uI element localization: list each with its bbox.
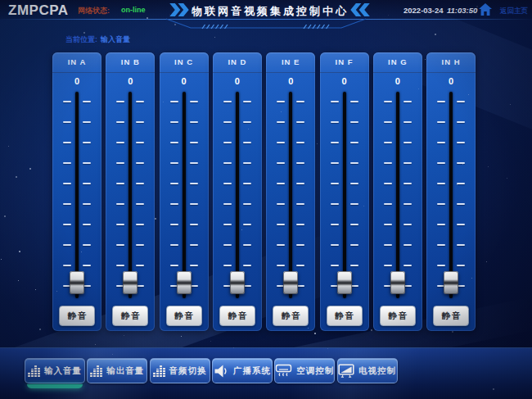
tick-mark [350, 162, 358, 164]
tab-tv-control[interactable]: 电视控制 [337, 358, 398, 383]
network-status-value: on-line [121, 6, 146, 14]
tick-mark [437, 142, 445, 143]
tick-mark [437, 121, 445, 123]
tick-mark [63, 265, 71, 266]
volume-slider-thumb[interactable] [390, 271, 405, 294]
channel-label: IN H [426, 52, 476, 73]
tick-mark [437, 265, 445, 266]
tick-mark [136, 203, 144, 205]
tick-mark [243, 244, 251, 246]
tick-mark [277, 203, 285, 205]
tick-mark [243, 183, 251, 184]
tab-ac-control[interactable]: 空调控制 [274, 358, 335, 383]
volume-slider-track[interactable] [183, 92, 186, 298]
volume-slider-thumb[interactable] [337, 271, 352, 294]
mute-button[interactable]: 静音 [166, 306, 202, 326]
volume-slider[interactable] [160, 88, 209, 303]
breadcrumb-value: 输入音量 [101, 35, 130, 43]
volume-slider-track[interactable] [128, 92, 132, 298]
channel-label: IN A [52, 52, 101, 73]
tick-mark [437, 224, 445, 225]
tab-label: 输出音量 [106, 365, 144, 377]
volume-slider-track[interactable] [343, 92, 346, 298]
bottom-nav-bar: 输入音量输出音量音频切换广播系统空调控制电视控制 [0, 347, 532, 399]
tick-mark [243, 101, 251, 102]
channel-strip-area: IN A 0 静音 IN B 0 静音 IN C 0 静音 IN D 0 静音 … [0, 0, 532, 399]
volume-slider-thumb[interactable] [444, 271, 458, 294]
mute-button[interactable]: 静音 [219, 306, 255, 326]
tick-mark [437, 162, 445, 164]
tick-mark [223, 142, 232, 143]
tick-mark [170, 203, 178, 205]
ac-icon [275, 363, 292, 379]
title-decoration [160, 18, 372, 32]
tick-mark [404, 183, 412, 184]
tick-mark [350, 265, 358, 266]
tick-mark [457, 183, 465, 184]
volume-slider-thumb[interactable] [283, 271, 298, 294]
tick-mark [331, 162, 339, 164]
tick-mark [190, 203, 198, 205]
volume-slider-track[interactable] [396, 92, 399, 298]
chevron-left-icon [350, 3, 371, 20]
tab-audio-switch[interactable]: 音频切换 [150, 358, 210, 383]
channel-label: IN F [320, 52, 369, 73]
tick-mark [136, 183, 144, 184]
tick-mark [296, 162, 304, 164]
volume-slider[interactable] [106, 88, 155, 303]
channel-card: IN B 0 静音 [106, 52, 155, 331]
tick-mark [170, 224, 178, 225]
tick-mark [350, 224, 358, 225]
channel-card: IN F 0 静音 [320, 52, 369, 331]
tick-mark [243, 265, 251, 266]
volume-slider[interactable] [320, 88, 369, 303]
tick-mark [83, 224, 91, 225]
channel-card: IN C 0 静音 [160, 52, 209, 331]
volume-slider-track[interactable] [449, 92, 453, 298]
tick-mark [350, 183, 358, 184]
volume-slider-thumb[interactable] [123, 271, 138, 294]
tick-mark [190, 183, 198, 184]
volume-slider-track[interactable] [236, 92, 239, 298]
tick-mark [63, 162, 71, 164]
tick-mark [384, 121, 392, 123]
mute-button[interactable]: 静音 [327, 306, 363, 326]
tab-broadcast[interactable]: 广播系统 [212, 358, 273, 383]
tick-mark [136, 244, 144, 246]
volume-slider[interactable] [52, 88, 101, 303]
tick-mark [277, 121, 285, 123]
mute-button[interactable]: 静音 [433, 306, 469, 326]
mute-button[interactable]: 静音 [273, 306, 309, 326]
tab-label: 电视控制 [358, 365, 396, 377]
mute-button[interactable]: 静音 [112, 306, 148, 326]
volume-slider-thumb[interactable] [177, 271, 192, 294]
tick-mark [404, 162, 412, 164]
tick-mark [457, 203, 465, 205]
tick-mark [190, 101, 198, 102]
volume-slider[interactable] [266, 88, 315, 303]
tick-mark [384, 142, 392, 143]
channel-value: 0 [160, 76, 209, 86]
tick-mark [277, 265, 285, 266]
mute-button[interactable]: 静音 [380, 306, 416, 326]
tab-output-volume[interactable]: 输出音量 [87, 358, 147, 383]
time-display: 11:03:50 [447, 6, 477, 15]
volume-slider[interactable] [426, 88, 476, 303]
home-icon[interactable] [479, 3, 493, 16]
tab-input-volume[interactable]: 输入音量 [25, 358, 85, 383]
tick-mark [457, 224, 465, 225]
volume-slider[interactable] [373, 88, 422, 303]
tick-mark [190, 224, 198, 225]
tick-mark [296, 183, 304, 184]
volume-slider[interactable] [213, 88, 262, 303]
volume-slider-thumb[interactable] [230, 271, 245, 294]
tick-mark [63, 142, 71, 143]
volume-slider-thumb[interactable] [70, 271, 84, 294]
back-home-link[interactable]: 返回主页 [500, 7, 528, 16]
mute-button[interactable]: 静音 [59, 306, 95, 326]
volume-slider-track[interactable] [289, 92, 292, 298]
tab-label: 空调控制 [296, 365, 334, 377]
volume-slider-track[interactable] [75, 92, 79, 298]
tick-mark [296, 265, 304, 266]
tick-mark [277, 162, 285, 164]
